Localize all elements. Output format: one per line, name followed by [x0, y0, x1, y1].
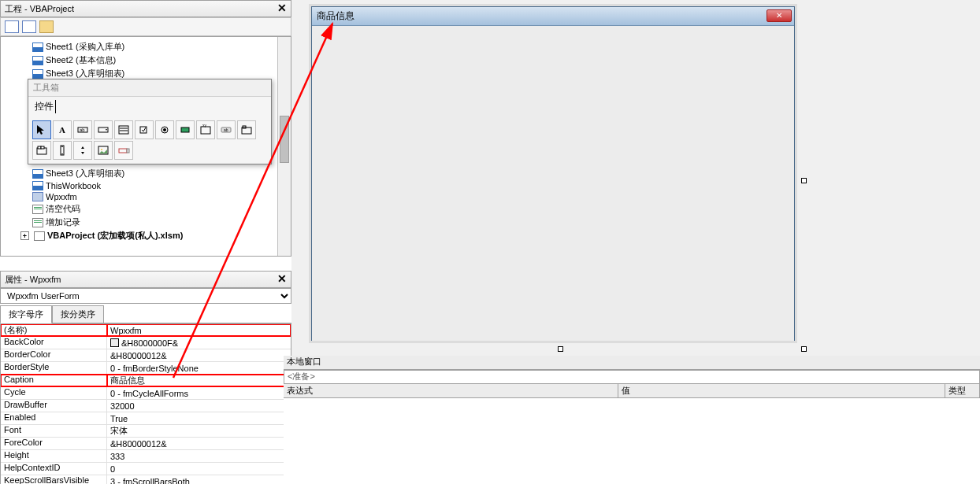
property-row[interactable]: Height333	[1, 450, 291, 463]
tree-item[interactable]: Sheet1 (采购入库单)	[1, 40, 291, 54]
tree-item[interactable]: 增加记录	[1, 216, 291, 229]
userform-designer[interactable]: 商品信息 ✕	[311, 6, 804, 349]
combobox-tool[interactable]	[94, 120, 113, 139]
optionbutton-tool[interactable]	[155, 120, 174, 139]
toolbox-tools: A ab xy ab	[28, 116, 271, 164]
scrollbar-thumb[interactable]	[280, 116, 289, 163]
frame-tool[interactable]: xy	[196, 120, 215, 139]
label-tool[interactable]: A	[53, 120, 72, 139]
properties-grid[interactable]: (名称)WpxxfmBackColor&H8000000F&BorderColo…	[0, 323, 291, 484]
close-icon[interactable]: ✕	[275, 2, 289, 16]
property-row[interactable]: HelpContextID0	[1, 463, 291, 475]
property-value[interactable]: &H8000000F&	[107, 337, 291, 349]
property-value[interactable]: Wpxxfm	[107, 324, 291, 336]
property-value[interactable]: 0 - fmCycleAllForms	[107, 387, 291, 399]
property-row[interactable]: ForeColor&H80000012&	[1, 438, 291, 450]
toolbox-tab-controls[interactable]: 控件	[28, 97, 271, 116]
pointer-tool[interactable]	[32, 120, 51, 139]
expand-icon[interactable]: +	[20, 231, 29, 240]
designer-area: 商品信息 ✕	[299, 0, 980, 354]
property-name: DrawBuffer	[1, 400, 107, 412]
property-value[interactable]: &H80000012&	[107, 438, 291, 449]
sheet-icon	[32, 69, 43, 79]
checkbox-tool[interactable]	[135, 120, 154, 139]
tree-item[interactable]: +VBAProject (宏加载项(私人).xlsm)	[1, 229, 291, 242]
property-name: BorderStyle	[1, 362, 107, 374]
property-value[interactable]: 宋体	[107, 425, 291, 437]
commandbutton-tool[interactable]: ab	[217, 120, 236, 139]
togglebutton-tool[interactable]	[176, 120, 195, 139]
property-value[interactable]: 商品信息	[107, 375, 291, 386]
object-selector[interactable]: Wpxxfm UserForm	[0, 288, 291, 304]
property-value[interactable]: 0 - fmBorderStyleNone	[107, 362, 291, 374]
svg-point-21	[101, 149, 102, 150]
view-object-icon[interactable]	[22, 20, 36, 33]
property-row[interactable]: Cycle0 - fmCycleAllForms	[1, 387, 291, 400]
svg-text:xy: xy	[202, 124, 207, 127]
property-value[interactable]: &H80000012&	[107, 349, 291, 361]
property-value[interactable]: 0	[107, 463, 291, 475]
listbox-tool[interactable]	[114, 120, 133, 139]
property-row[interactable]: BorderStyle0 - fmBorderStyleNone	[1, 362, 291, 375]
locals-column-headers: 表达式 值 类型	[284, 384, 980, 398]
project-panel-title: 工程 - VBAProject	[5, 3, 74, 15]
svg-rect-3	[119, 126, 128, 134]
tab-categorized[interactable]: 按分类序	[52, 305, 104, 323]
form-close-button[interactable]: ✕	[767, 9, 792, 22]
tree-item[interactable]: ThisWorkbook	[1, 180, 291, 191]
tree-item[interactable]: 清空代码	[1, 202, 291, 216]
sheet-icon	[32, 169, 43, 179]
property-value[interactable]: 32000	[107, 400, 291, 412]
tree-item[interactable]: Wpxxfm	[1, 191, 291, 202]
resize-handle-s[interactable]	[558, 346, 563, 352]
property-name: BorderColor	[1, 349, 107, 361]
textbox-tool[interactable]: ab	[73, 120, 92, 139]
property-value[interactable]: 3 - fmScrollBarsBoth	[107, 475, 291, 484]
scrollbar[interactable]	[277, 37, 291, 256]
svg-rect-23	[127, 149, 129, 153]
tree-item[interactable]: Sheet3 (入库明细表)	[1, 167, 291, 180]
image-tool[interactable]	[94, 141, 113, 160]
property-name: Caption	[1, 375, 107, 386]
resize-handle-e[interactable]	[801, 178, 807, 183]
multipage-tool[interactable]	[32, 141, 51, 160]
property-value[interactable]: 333	[107, 450, 291, 462]
module-icon	[32, 205, 43, 214]
property-row[interactable]: Font宋体	[1, 425, 291, 438]
spinbutton-tool[interactable]	[73, 141, 92, 160]
resize-handle-se[interactable]	[801, 346, 807, 352]
userform-titlebar: 商品信息 ✕	[312, 7, 794, 26]
tabstrip-tool[interactable]	[237, 120, 256, 139]
scrollbar-tool[interactable]	[53, 141, 72, 160]
property-value[interactable]: True	[107, 412, 291, 424]
toolbox-title: 工具箱	[28, 79, 271, 97]
project-toolbar	[0, 17, 291, 36]
property-row[interactable]: Caption商品信息	[1, 375, 291, 387]
property-row[interactable]: KeepScrollBarsVisible3 - fmScrollBarsBot…	[1, 475, 291, 484]
property-row[interactable]: EnabledTrue	[1, 412, 291, 425]
tree-item[interactable]: Sheet2 (基本信息)	[1, 54, 291, 67]
color-swatch-icon	[110, 338, 119, 347]
sheet-icon	[32, 56, 43, 65]
col-type[interactable]: 类型	[945, 384, 980, 397]
toolbox-window[interactable]: 工具箱 控件 A ab xy ab	[28, 79, 272, 164]
locals-title: 本地窗口	[284, 356, 980, 370]
svg-text:ab: ab	[224, 127, 228, 132]
property-row[interactable]: (名称)Wpxxfm	[1, 324, 291, 337]
module-icon	[32, 218, 43, 227]
userform-window[interactable]: 商品信息 ✕	[311, 6, 795, 341]
property-row[interactable]: BorderColor&H80000012&	[1, 349, 291, 362]
svg-rect-9	[181, 127, 189, 132]
tab-alphabetic[interactable]: 按字母序	[0, 305, 52, 323]
col-expression[interactable]: 表达式	[284, 384, 618, 397]
refedit-tool[interactable]	[114, 141, 133, 160]
col-value[interactable]: 值	[618, 384, 945, 397]
userform-body[interactable]	[312, 26, 794, 341]
property-name: Cycle	[1, 387, 107, 399]
property-row[interactable]: DrawBuffer32000	[1, 400, 291, 412]
view-code-icon[interactable]	[5, 20, 19, 33]
vba-icon	[34, 231, 45, 241]
close-icon[interactable]: ✕	[275, 272, 289, 286]
property-row[interactable]: BackColor&H8000000F&	[1, 337, 291, 349]
folder-icon[interactable]	[39, 20, 54, 33]
